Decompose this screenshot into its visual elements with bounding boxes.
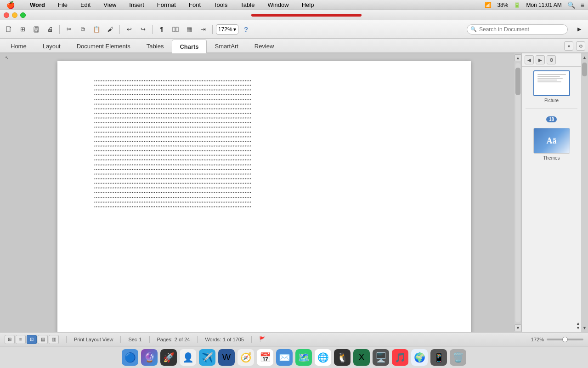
- dock-trash[interactable]: 🗑️: [450, 349, 466, 366]
- battery-level: 38%: [497, 2, 508, 8]
- ribbon-options-button[interactable]: ⚙: [576, 41, 585, 51]
- dock-launchpad[interactable]: 🚀: [160, 349, 177, 366]
- dock-screen[interactable]: 🖥️: [373, 349, 389, 366]
- dock-phone[interactable]: 📱: [430, 349, 447, 366]
- close-button[interactable]: [4, 12, 9, 18]
- panel-prev-button[interactable]: ◀: [525, 55, 534, 64]
- dock-finder[interactable]: 🔵: [122, 349, 138, 366]
- menu-help[interactable]: Help: [299, 0, 317, 9]
- rpanel-thumb[interactable]: [582, 63, 587, 76]
- doc-line: ****************************************…: [94, 98, 434, 103]
- dock-chrome[interactable]: 🌐: [315, 349, 331, 366]
- doc-line: ****************************************…: [94, 121, 434, 126]
- dock-safari[interactable]: 🧭: [237, 349, 254, 366]
- words-value: 1 of 1705: [223, 337, 244, 342]
- rpanel-track[interactable]: [582, 61, 587, 325]
- tab-review[interactable]: Review: [247, 40, 282, 52]
- zoom-slider[interactable]: [547, 339, 583, 340]
- dock-maps[interactable]: 🗺️: [295, 349, 312, 366]
- dock-penguin[interactable]: 🐧: [334, 349, 351, 366]
- status-pages: Pages: 2 of 24: [157, 337, 190, 342]
- save-button[interactable]: [30, 23, 42, 36]
- dock: 🔵 🔮 🚀 👤 ✈️ W 🧭 📅 ✉️ 🗺️ 🌐 🐧 X 🖥️ 🎵 🌍 📱 🗑️: [0, 346, 588, 368]
- columns-button[interactable]: [170, 23, 181, 36]
- svg-rect-6: [35, 30, 38, 32]
- search-input[interactable]: [467, 24, 568, 34]
- scroll-thumb[interactable]: [515, 68, 520, 95]
- minimize-button[interactable]: [12, 12, 17, 18]
- rpanel-scroll-up[interactable]: ▲: [582, 54, 588, 61]
- document-page: ****************************************…: [57, 61, 471, 332]
- menu-window[interactable]: Window: [265, 0, 291, 9]
- tab-smartart[interactable]: SmartArt: [207, 40, 246, 52]
- panel-picture-item[interactable]: Picture: [526, 70, 577, 103]
- view-btn-3[interactable]: ⊡: [27, 335, 37, 344]
- svg-rect-5: [35, 27, 38, 29]
- panel-scroll-down[interactable]: ▼: [576, 326, 580, 330]
- tab-home[interactable]: Home: [3, 40, 34, 52]
- menu-format[interactable]: Format: [154, 0, 179, 9]
- menu-file[interactable]: File: [55, 0, 70, 9]
- view-btn-5[interactable]: ▥: [49, 335, 59, 344]
- panel-next-button[interactable]: ▶: [536, 55, 545, 64]
- dock-excel[interactable]: X: [353, 349, 370, 366]
- dock-mail[interactable]: ✉️: [276, 349, 293, 366]
- view-btn-4[interactable]: ▤: [38, 335, 48, 344]
- view-btn-2[interactable]: ≡: [16, 335, 26, 344]
- tab-document-elements[interactable]: Document Elements: [69, 40, 138, 52]
- templates-button[interactable]: ⊞: [17, 23, 28, 36]
- format-painter-button[interactable]: 🖌: [104, 23, 116, 36]
- dock-calendar[interactable]: 📅: [257, 349, 273, 366]
- rpanel-scroll-down[interactable]: ▼: [582, 325, 588, 331]
- scroll-down-arrow[interactable]: ▼: [514, 324, 521, 331]
- dock-siri[interactable]: 🔮: [141, 349, 158, 366]
- sidebar-toggle-right[interactable]: ▶: [573, 23, 585, 36]
- help-button[interactable]: ?: [240, 23, 252, 36]
- doc-line: ****************************************…: [94, 103, 434, 107]
- document-scrollbar[interactable]: ▲ ▼: [514, 53, 521, 332]
- print-button[interactable]: 🖨: [44, 23, 56, 36]
- copy-button[interactable]: ⧉: [77, 23, 89, 36]
- tab-charts[interactable]: Charts: [172, 40, 206, 53]
- search-icon[interactable]: 🔍: [567, 1, 575, 9]
- menu-edit[interactable]: Edit: [78, 0, 93, 9]
- panel-themes-thumb: Aā: [533, 128, 570, 154]
- menu-tools[interactable]: Tools: [211, 0, 230, 9]
- dock-music[interactable]: 🎵: [392, 349, 408, 366]
- menu-insert[interactable]: Insert: [126, 0, 147, 9]
- doc-line: ****************************************…: [94, 107, 434, 112]
- paste-button[interactable]: 📋: [90, 23, 102, 36]
- menu-view[interactable]: View: [101, 0, 119, 9]
- undo-button[interactable]: ↩: [123, 23, 135, 36]
- dock-browser[interactable]: 🌍: [411, 349, 428, 366]
- ribbon-expand-button[interactable]: ▾: [564, 41, 573, 51]
- apple-menu[interactable]: 🍎: [4, 0, 18, 10]
- tab-layout[interactable]: Layout: [35, 40, 68, 52]
- panel-themes-item[interactable]: Aā Themes: [526, 128, 577, 161]
- zoom-dropdown-icon[interactable]: ▾: [233, 26, 236, 33]
- zoom-slider-thumb[interactable]: [562, 337, 568, 342]
- maximize-button[interactable]: [20, 12, 26, 18]
- scroll-up-arrow[interactable]: ▲: [514, 54, 521, 61]
- panel-settings-button[interactable]: ⚙: [547, 55, 556, 64]
- zoom-control[interactable]: 172% ▾: [216, 24, 238, 34]
- dock-word[interactable]: W: [218, 349, 235, 366]
- scroll-track[interactable]: [515, 63, 520, 322]
- menu-word[interactable]: Word: [27, 0, 48, 9]
- indent-button[interactable]: ⇥: [197, 23, 209, 36]
- pilcrow-button[interactable]: ¶: [156, 23, 168, 36]
- document-area[interactable]: ****************************************…: [14, 53, 514, 332]
- dock-telegram[interactable]: ✈️: [199, 349, 215, 366]
- menu-table[interactable]: Table: [237, 0, 257, 9]
- redo-button[interactable]: ↪: [137, 23, 149, 36]
- menu-font[interactable]: Font: [186, 0, 204, 9]
- notification-icon[interactable]: ≡: [581, 1, 584, 9]
- grid-button[interactable]: ▦: [183, 23, 195, 36]
- themes-aa-icon: Aā: [547, 136, 557, 146]
- view-btn-1[interactable]: ⊞: [5, 335, 15, 344]
- panel-scroll-up[interactable]: ▲: [576, 321, 580, 326]
- tab-tables[interactable]: Tables: [139, 40, 172, 52]
- new-button[interactable]: [3, 23, 15, 36]
- cut-button[interactable]: ✂: [63, 23, 75, 36]
- dock-contacts[interactable]: 👤: [180, 349, 196, 366]
